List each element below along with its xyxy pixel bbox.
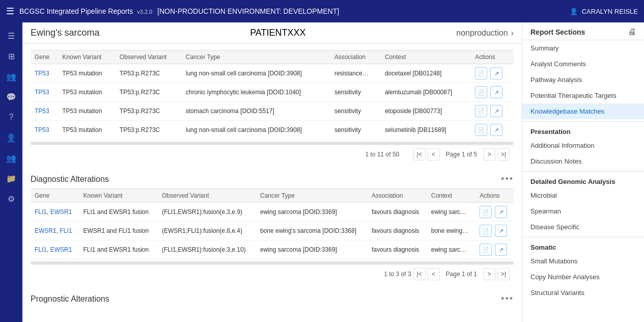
nav-group-icon[interactable]: 👥 — [2, 149, 20, 167]
sidebar-item-small-mutations[interactable]: Small Mutations — [522, 253, 644, 269]
first-page-btn[interactable]: |< — [413, 148, 426, 160]
report-title: Ewing's sarcoma — [31, 28, 99, 38]
hamburger-icon[interactable]: ☰ — [6, 6, 14, 17]
prognostic-title: Prognostic Alterations — [31, 294, 109, 304]
last-page-btn[interactable]: >| — [497, 148, 510, 160]
detail-btn[interactable]: 📄 — [475, 86, 487, 98]
nav-users-icon[interactable]: 👥 — [2, 67, 20, 86]
gene-link[interactable]: TP53 — [35, 89, 49, 96]
diag-first-page-btn[interactable]: |< — [413, 268, 426, 280]
sidebar-item-disease-specific[interactable]: Disease Specific — [522, 219, 644, 235]
next-page-btn[interactable]: > — [483, 148, 495, 160]
diag-next-page-btn[interactable]: > — [483, 268, 495, 280]
detail-btn[interactable]: 📄 — [475, 67, 487, 79]
sidebar-item-summary[interactable]: Summary — [522, 40, 644, 56]
username-label[interactable]: CARALYN REISLE — [582, 8, 638, 15]
gene-link[interactable]: EWSR1 — [50, 208, 72, 216]
sidebar-item-additional-information[interactable]: Additional Information — [522, 138, 644, 153]
observed-variant-cell: TP53:p.R273C — [116, 64, 182, 83]
diagnostic-section: Diagnostic Alterations ••• Gene Known Va… — [22, 168, 522, 287]
report-environment: nonproduction › — [456, 29, 514, 38]
action-icons: 📄 ↗ — [475, 67, 510, 79]
gene-link[interactable]: FLI1 — [35, 246, 47, 253]
external-link-btn[interactable]: ↗ — [490, 67, 502, 79]
sidebar-item-microbial[interactable]: Microbial — [522, 187, 644, 203]
detail-btn[interactable]: 📄 — [480, 225, 492, 237]
diag-last-page-btn[interactable]: >| — [497, 268, 510, 280]
gene-link[interactable]: EWSR1 — [50, 246, 72, 253]
gene-link[interactable]: TP53 — [35, 70, 49, 77]
detail-btn[interactable]: 📄 — [475, 105, 487, 117]
diagnostic-table: Gene Known Variant Observed Variant Canc… — [31, 189, 514, 259]
gene-link[interactable]: TP53 — [35, 126, 49, 133]
external-link-btn[interactable]: ↗ — [495, 225, 507, 237]
known-variant-cell: EWSR1 and FLI1 fusion — [79, 222, 158, 240]
sidebar-item-pathway-analysis[interactable]: Pathway Analysis — [522, 72, 644, 88]
knowledgebase-section: Gene Known Variant Observed Variant Canc… — [22, 44, 522, 168]
chevron-right-icon: › — [511, 29, 514, 38]
actions-cell: 📄 ↗ — [475, 240, 514, 259]
col-context: Context — [381, 50, 471, 64]
sidebar-item-knowledgebase-matches[interactable]: Knowledgebase Matches — [522, 103, 644, 119]
nav-comments-icon[interactable]: 💬 — [2, 88, 20, 106]
gene-link[interactable]: TP53 — [35, 108, 49, 115]
cancer-type-cell: lung non-small cell carcinoma [DOID:3908… — [182, 121, 330, 140]
diag-col-assoc: Association — [368, 189, 427, 203]
diag-col-context: Context — [427, 189, 475, 203]
report-sections-label: Report Sections — [530, 28, 585, 36]
external-link-btn[interactable]: ↗ — [495, 244, 507, 256]
nav-dashboard-icon[interactable]: ⊞ — [2, 47, 20, 65]
external-link-btn[interactable]: ↗ — [490, 124, 502, 136]
sidebar-item-potential-therapeutic-targets[interactable]: Potential Therapeutic Targets — [522, 88, 644, 103]
external-link-btn[interactable]: ↗ — [490, 105, 502, 117]
context-cell: etoposide [DB00773] — [381, 102, 471, 121]
gene-link[interactable]: FLI1 — [60, 227, 72, 234]
topbar: ☰ BCGSC Integrated Pipeline Reports v3.2… — [0, 0, 644, 22]
nav-help-icon[interactable]: ? — [2, 108, 20, 126]
detail-btn[interactable]: 📄 — [475, 124, 487, 136]
gene-link[interactable]: FLI1 — [35, 208, 47, 216]
table-row: TP53 TP53 mutation TP53:p.R273C stomach … — [31, 102, 514, 121]
diag-page-label: Page 1 of 1 — [442, 271, 481, 278]
nav-files-icon[interactable]: 📁 — [2, 169, 20, 187]
prev-page-btn[interactable]: < — [428, 148, 440, 160]
nav-settings-icon[interactable]: ⚙ — [2, 190, 20, 208]
cancer-type-cell: ewing sarcoma [DOID:3369] — [256, 203, 368, 222]
context-cell: bone ewing… — [427, 222, 475, 240]
sidebar-item-copy-number-analyses[interactable]: Copy Number Analyses — [522, 269, 644, 285]
action-icons: 📄 ↗ — [480, 225, 510, 237]
col-association: Association — [330, 50, 381, 64]
sidebar-item-structural-variants[interactable]: Structural Variants — [522, 285, 644, 301]
nav-profile-icon[interactable]: 👤 — [2, 128, 20, 147]
sidebar-group-somatic: Somatic — [522, 239, 644, 253]
knowledgebase-pagination: 1 to 11 of 50 |< < Page 1 of 5 > >| — [31, 145, 514, 164]
patient-id: PATIENTXXX — [99, 28, 456, 38]
knowledgebase-table: Gene Known Variant Observed Variant Canc… — [31, 50, 514, 140]
detail-btn[interactable]: 📄 — [480, 206, 492, 218]
prognostic-menu-btn[interactable]: ••• — [501, 293, 514, 304]
external-link-btn[interactable]: ↗ — [495, 206, 507, 218]
main-content: Ewing's sarcoma PATIENTXXX nonproduction… — [22, 22, 522, 322]
detail-btn[interactable]: 📄 — [480, 244, 492, 256]
actions-cell: 📄 ↗ — [475, 222, 514, 240]
print-icon[interactable]: 🖨 — [628, 28, 636, 37]
diag-prev-page-btn[interactable]: < — [428, 268, 440, 280]
user-avatar-icon: 👤 — [570, 8, 578, 15]
external-link-btn[interactable]: ↗ — [490, 86, 502, 98]
cancer-type-cell: ewing sarcoma [DOID:3369] — [256, 240, 368, 259]
sidebar-divider-1 — [522, 121, 644, 122]
context-cell: alemtuzumab [DB00087] — [381, 83, 471, 102]
icon-sidebar: ☰ ⊞ 👥 💬 ? 👤 👥 📁 ⚙ — [0, 22, 22, 322]
sidebar-item-spearman[interactable]: Spearman — [522, 203, 644, 219]
col-observed-variant: Observed Variant — [116, 50, 182, 64]
observed-variant-cell: (FLI1,EWSR1):fusion(e.3,e.10) — [158, 240, 256, 259]
gene-link[interactable]: EWSR1 — [35, 227, 57, 234]
pagination-range: 1 to 11 of 50 — [366, 151, 400, 158]
diagnostic-menu-btn[interactable]: ••• — [501, 174, 514, 184]
right-sidebar: Report Sections 🖨 SummaryAnalyst Comment… — [522, 22, 644, 322]
nav-menu-icon[interactable]: ☰ — [2, 26, 20, 45]
sidebar-item-discussion-notes[interactable]: Discussion Notes — [522, 153, 644, 169]
cancer-type-cell: lung non-small cell carcinoma [DOID:3908… — [182, 64, 330, 83]
diag-col-observed: Observed Variant — [158, 189, 256, 203]
sidebar-item-analyst-comments[interactable]: Analyst Comments — [522, 56, 644, 72]
